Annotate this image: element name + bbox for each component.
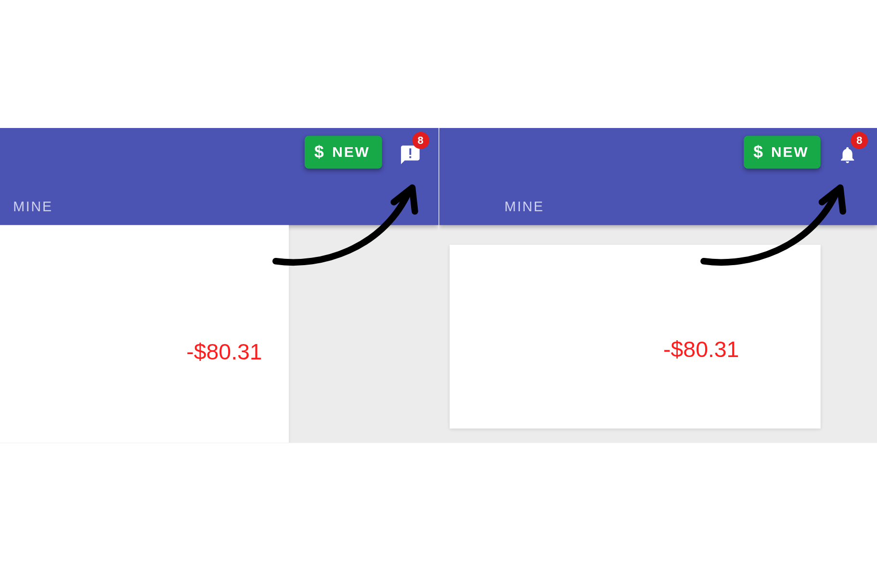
tabs: MINE	[13, 199, 53, 215]
dollar-icon: $	[751, 143, 764, 161]
appbar-top: $ NEW 8	[439, 128, 877, 187]
amount-value: -$80.31	[186, 339, 262, 365]
notification-badge: 8	[851, 132, 867, 149]
tab-mine[interactable]: MINE	[13, 199, 53, 214]
new-button-label: NEW	[332, 144, 370, 161]
notifications-button[interactable]: 8	[835, 140, 860, 165]
panel-right: $ NEW 8 MINE	[438, 128, 877, 443]
tab-mine[interactable]: MINE	[504, 199, 544, 214]
amount-value: -$80.31	[663, 337, 739, 362]
appbar-top: $ NEW 8	[0, 128, 438, 187]
tabs: MINE	[504, 199, 544, 215]
panel-left: $ NEW 8	[0, 128, 438, 443]
appbar: $ NEW 8	[0, 128, 438, 225]
dollar-icon: $	[312, 143, 325, 161]
panel-body: -$80.31	[439, 225, 877, 443]
panel-body: -$80.31	[0, 225, 438, 443]
notifications-button[interactable]: 8	[396, 140, 421, 165]
svg-rect-1	[409, 148, 411, 155]
appbar: $ NEW 8 MINE	[439, 128, 877, 225]
svg-rect-2	[409, 156, 411, 158]
content-card: -$80.31	[450, 245, 821, 429]
new-button[interactable]: $ NEW	[305, 136, 382, 168]
notification-badge: 8	[412, 132, 429, 149]
side-by-side-panels: $ NEW 8	[0, 128, 877, 443]
new-button-label: NEW	[771, 144, 809, 161]
content-card: -$80.31	[0, 225, 289, 443]
new-button[interactable]: $ NEW	[744, 136, 821, 168]
svg-text:$: $	[314, 143, 324, 161]
svg-text:$: $	[753, 143, 763, 161]
